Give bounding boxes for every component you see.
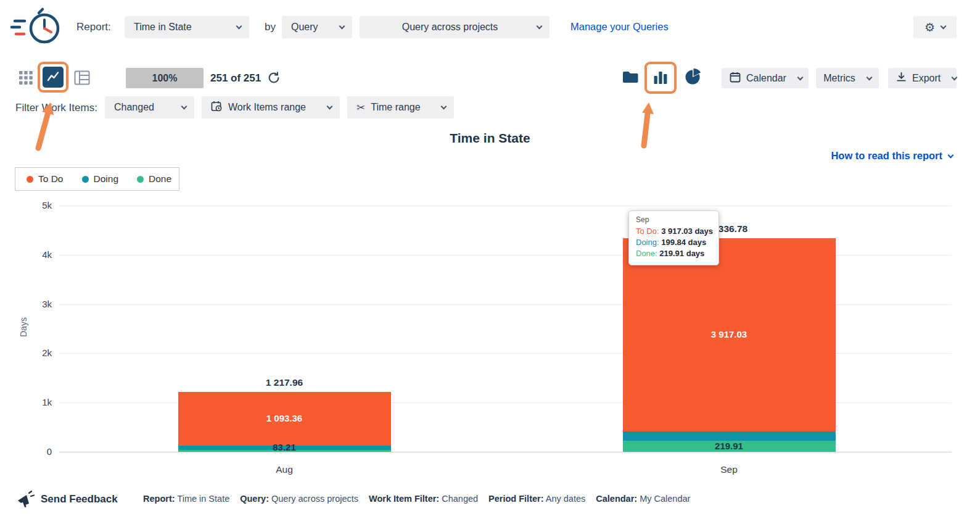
footer-query-label: Query: xyxy=(240,494,269,504)
chart-tooltip: Sep To Do: 3 917.03 daysDoing: 199.84 da… xyxy=(628,210,719,265)
y-axis-tick: 0 xyxy=(0,446,52,457)
tooltip-row-label: Done: xyxy=(636,249,659,258)
bar-segment-doing-sep[interactable] xyxy=(623,431,836,441)
footer-report-label: Report: xyxy=(143,494,175,504)
x-axis-tick: Sep xyxy=(692,464,766,475)
y-axis-tick: 4k xyxy=(0,249,52,260)
bar-total-label: 1 217.96 xyxy=(223,377,346,388)
app-root: Report: Time in State by Query Query acr… xyxy=(0,0,980,524)
footer-report-value: Time in State xyxy=(177,494,229,504)
footer-wif-label: Work Item Filter: xyxy=(369,494,439,504)
gridline xyxy=(59,452,952,452)
footer-query-value: Query across projects xyxy=(271,494,358,504)
y-axis-tick: 1k xyxy=(0,397,52,407)
bar-segment-label: 219.91 xyxy=(667,441,791,451)
tooltip-row-value: 219.91 days xyxy=(659,249,704,258)
tooltip-row-label: Doing: xyxy=(636,238,661,247)
footer-query: Query: Query across projects xyxy=(240,494,358,504)
tooltip-row: To Do: 3 917.03 days xyxy=(636,226,712,237)
x-axis-tick: Aug xyxy=(247,464,321,475)
bar-segment-label: 83.21 xyxy=(223,442,346,452)
bar-segment-label: 1 093.36 xyxy=(223,413,346,423)
footer-wif-value: Changed xyxy=(442,494,478,504)
chart-area: 5k4k3k2k1k01 217.96Aug1 093.3683.214 336… xyxy=(0,0,980,524)
footer-period-value: Any dates xyxy=(546,494,586,504)
tooltip-row-label: To Do: xyxy=(636,227,661,236)
footer-work-item-filter: Work Item Filter: Changed xyxy=(369,494,478,504)
send-feedback-link[interactable]: Send Feedback xyxy=(41,493,118,505)
footer-summary: Report: Time in State Query: Query acros… xyxy=(143,494,690,504)
footer-calendar: Calendar: My Calendar xyxy=(596,494,690,504)
footer-report: Report: Time in State xyxy=(143,494,229,504)
gridline xyxy=(59,206,952,206)
tooltip-row-value: 3 917.03 days xyxy=(661,227,713,236)
footer-calendar-value: My Calendar xyxy=(640,494,690,504)
footer-calendar-label: Calendar: xyxy=(596,494,637,504)
footer-period-filter: Period Filter: Any dates xyxy=(488,494,585,504)
y-axis-title: Days xyxy=(17,295,30,359)
tooltip-title: Sep xyxy=(636,215,712,224)
tooltip-row: Done: 219.91 days xyxy=(636,248,712,259)
tooltip-row-value: 199.84 days xyxy=(661,238,706,247)
y-axis-tick: 5k xyxy=(0,200,52,210)
footer-period-label: Period Filter: xyxy=(488,494,543,504)
tooltip-row: Doing: 199.84 days xyxy=(636,237,712,248)
bar-segment-label: 3 917.03 xyxy=(667,329,791,339)
megaphone-icon xyxy=(16,491,35,510)
